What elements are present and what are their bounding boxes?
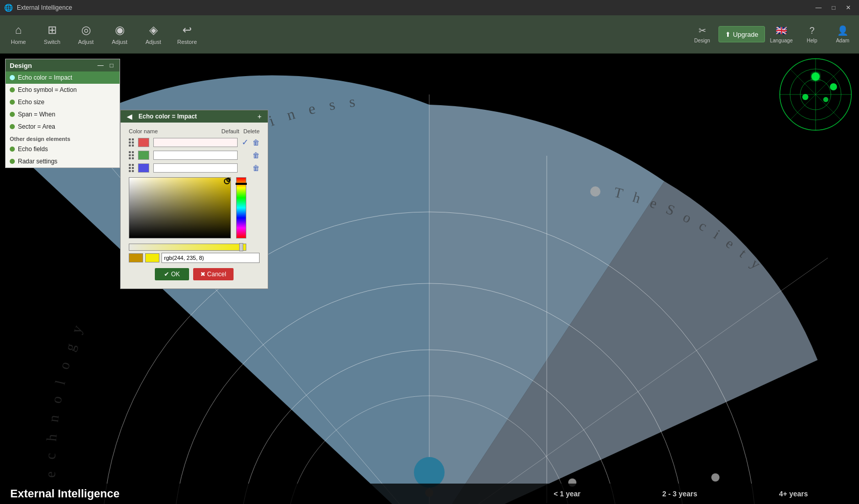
- delete-color-3[interactable]: 🗑: [252, 164, 260, 172]
- toolbar-adjust2[interactable]: ◉ Adjust: [103, 17, 136, 52]
- design-item-sector-area[interactable]: Sector = Area: [6, 121, 120, 133]
- color-picker-buttons: ✔ OK ✖ Cancel: [125, 265, 264, 284]
- design-item-span-when[interactable]: Span = When: [6, 108, 120, 121]
- svg-point-12: [590, 186, 600, 197]
- main-area: T e c h n o l o g y e B u s i n e s s T …: [0, 54, 859, 504]
- svg-point-22: [823, 97, 828, 102]
- color-swatch-2[interactable]: [138, 151, 149, 160]
- echo-symbol-indicator: [10, 87, 15, 92]
- color-swatch-1[interactable]: [138, 138, 149, 147]
- svg-point-10: [711, 473, 719, 482]
- titlebar: 🌐 External Intelligence — □ ✕: [0, 0, 859, 15]
- radar-settings-indicator: [10, 159, 15, 164]
- toolbar-adjust2-label: Adjust: [112, 39, 128, 45]
- design-item-echo-fields[interactable]: Echo fields: [6, 143, 120, 155]
- svg-point-20: [811, 73, 820, 81]
- maximize-button[interactable]: □: [828, 3, 840, 12]
- close-button[interactable]: ✕: [842, 3, 855, 12]
- design-panel-maximize[interactable]: □: [108, 61, 115, 69]
- color-picker-dialog: ◀ Echo color = Impact + Color name Defau…: [120, 110, 268, 289]
- restore-icon: ↩: [182, 23, 192, 37]
- design-panel-controls: — □: [96, 61, 115, 69]
- color-name-input-2[interactable]: [153, 151, 238, 160]
- default-check-2: ✓: [242, 150, 248, 160]
- echo-color-indicator: [10, 75, 15, 80]
- hue-cursor: [236, 183, 247, 185]
- drag-handle-2[interactable]: [129, 151, 134, 159]
- alpha-cursor: [239, 243, 243, 251]
- sector-area-indicator: [10, 124, 15, 129]
- toolbar-language-label: Language: [770, 38, 793, 43]
- color-swatch-3[interactable]: [138, 163, 149, 173]
- radar-settings-label: Radar settings: [18, 158, 57, 165]
- toolbar-adjust3-label: Adjust: [146, 39, 161, 45]
- time-label-2: 2 - 3 years: [621, 490, 738, 498]
- statusbar-app-name: External Intelligence: [10, 487, 120, 500]
- color-picker-add[interactable]: +: [256, 112, 264, 121]
- statusbar: External Intelligence < 1 year 2 - 3 yea…: [0, 484, 859, 504]
- toolbar-adjust1[interactable]: ◎ Adjust: [69, 17, 102, 52]
- color-row-1: ✓ 🗑: [125, 136, 264, 149]
- gradient-picker-area[interactable]: [129, 177, 260, 241]
- color-picker-ok[interactable]: ✔ OK: [155, 268, 189, 280]
- col-header-delete: Delete: [243, 128, 260, 134]
- default-check-3: ✓: [242, 163, 248, 173]
- echo-size-indicator: [10, 100, 15, 105]
- toolbar-user[interactable]: 👤 Adam: [828, 17, 857, 52]
- window-controls: — □ ✕: [811, 3, 855, 12]
- color-name-input-1[interactable]: [153, 138, 238, 147]
- toolbar-switch[interactable]: ⊞ Switch: [36, 17, 68, 52]
- color-picker-body: Color name Default Delete ✓ 🗑: [121, 123, 268, 289]
- alpha-bar[interactable]: [129, 244, 246, 251]
- toolbar-home[interactable]: ⌂ Home: [2, 17, 35, 52]
- color-gradient-canvas[interactable]: [129, 177, 231, 238]
- toolbar-help[interactable]: ? Help: [798, 17, 826, 52]
- design-item-radar-settings[interactable]: Radar settings: [6, 155, 120, 167]
- toolbar-design[interactable]: ✂ Design: [688, 17, 716, 52]
- color-picker-back[interactable]: ◀: [125, 112, 134, 121]
- upgrade-icon: ⬆: [725, 31, 731, 38]
- switch-icon: ⊞: [48, 23, 57, 37]
- svg-point-21: [802, 94, 808, 100]
- toolbar-adjust3[interactable]: ◈ Adjust: [137, 17, 170, 52]
- color-row-3: ✓ 🗑: [125, 161, 264, 174]
- minimize-button[interactable]: —: [811, 3, 826, 12]
- delete-color-1[interactable]: 🗑: [252, 138, 260, 147]
- drag-handle-1[interactable]: [129, 138, 134, 147]
- user-icon: 👤: [837, 25, 848, 36]
- color-name-input-3[interactable]: [153, 163, 238, 173]
- toolbar-right: ✂ Design ⬆ Upgrade 🇬🇧 Language ? Help 👤 …: [688, 17, 857, 52]
- col-header-default: Default: [221, 128, 239, 134]
- toolbar: ⌂ Home ⊞ Switch ◎ Adjust ◉ Adjust ◈ Adju…: [0, 15, 859, 54]
- toolbar-language[interactable]: 🇬🇧 Language: [767, 17, 796, 52]
- drag-handle-3[interactable]: [129, 164, 134, 172]
- design-panel: Design — □ Echo color = Impact Echo symb…: [5, 59, 120, 168]
- color-picker-table-header: Color name Default Delete: [125, 127, 264, 136]
- design-panel-minimize[interactable]: —: [96, 61, 106, 69]
- language-icon: 🇬🇧: [776, 25, 787, 36]
- toolbar-switch-label: Switch: [44, 39, 60, 45]
- time-label-1: < 1 year: [513, 490, 621, 498]
- color-picker-cancel[interactable]: ✖ Cancel: [193, 268, 234, 280]
- gradient-cursor: [226, 178, 230, 182]
- radar-mini-display: [777, 56, 854, 133]
- design-item-echo-color[interactable]: Echo color = Impact: [6, 71, 120, 84]
- color-hex-input[interactable]: [161, 253, 260, 263]
- design-item-echo-symbol[interactable]: Echo symbol = Action: [6, 84, 120, 96]
- upgrade-button[interactable]: ⬆ Upgrade: [718, 26, 765, 42]
- color-preview-row: [129, 253, 260, 263]
- app-title: External Intelligence: [17, 4, 72, 11]
- span-when-indicator: [10, 112, 15, 117]
- help-icon: ?: [809, 26, 815, 36]
- delete-color-2[interactable]: 🗑: [252, 151, 260, 159]
- toolbar-adjust1-label: Adjust: [78, 39, 94, 45]
- color-picker-title: Echo color = Impact: [138, 113, 251, 120]
- toolbar-restore[interactable]: ↩ Restore: [171, 17, 203, 52]
- span-when-label: Span = When: [18, 111, 55, 118]
- col-header-name: Color name: [129, 128, 217, 134]
- toolbar-design-label: Design: [694, 38, 710, 43]
- echo-symbol-label: Echo symbol = Action: [18, 86, 77, 93]
- time-label-3: 4+ years: [738, 490, 849, 498]
- design-item-echo-size[interactable]: Echo size: [6, 96, 120, 108]
- hue-bar[interactable]: [236, 177, 246, 238]
